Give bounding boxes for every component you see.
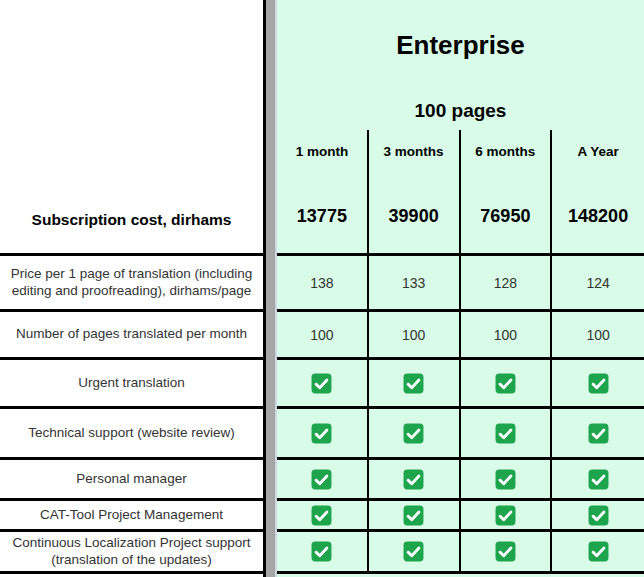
table-cell bbox=[277, 501, 369, 529]
table-cell bbox=[277, 409, 369, 457]
term-price: 13775 bbox=[297, 206, 347, 227]
checked-checkbox-icon[interactable] bbox=[403, 505, 424, 526]
row-label-text: Price per 1 page of translation (includi… bbox=[4, 266, 259, 300]
check-row-urgent-translation bbox=[277, 360, 644, 409]
checked-checkbox-icon[interactable] bbox=[588, 373, 609, 394]
row-label-text: Technical support (website review) bbox=[28, 425, 234, 442]
subscription-cost-label: Subscription cost, dirhams bbox=[32, 211, 232, 229]
checked-checkbox-icon[interactable] bbox=[311, 469, 332, 490]
table-cell: 128 bbox=[461, 256, 553, 309]
term-cell-6-months: 6 months 76950 bbox=[461, 130, 553, 253]
table-cell bbox=[552, 501, 644, 529]
table-cell bbox=[552, 409, 644, 457]
table-cell bbox=[552, 460, 644, 498]
row-label-personal-manager: Personal manager bbox=[0, 460, 263, 501]
table-cell: 100 bbox=[552, 312, 644, 357]
plan-header: Enterprise 100 pages bbox=[277, 0, 644, 130]
check-row-continuous-localization bbox=[277, 532, 644, 574]
checked-checkbox-icon[interactable] bbox=[403, 541, 424, 562]
row-label-text: Number of pages translated per month bbox=[16, 326, 247, 343]
term-price: 148200 bbox=[568, 206, 628, 227]
table-cell bbox=[552, 532, 644, 571]
row-label-cat-tool: CAT-Tool Project Management bbox=[0, 501, 263, 532]
term-label: 1 month bbox=[296, 144, 349, 159]
row-label-technical-support: Technical support (website review) bbox=[0, 409, 263, 460]
table-cell bbox=[461, 360, 553, 406]
check-row-personal-manager bbox=[277, 460, 644, 501]
table-cell: 133 bbox=[369, 256, 461, 309]
table-cell bbox=[277, 532, 369, 571]
term-label: 6 months bbox=[475, 144, 535, 159]
plan-subtitle: 100 pages bbox=[277, 100, 644, 122]
table-cell bbox=[369, 532, 461, 571]
checked-checkbox-icon[interactable] bbox=[311, 541, 332, 562]
checked-checkbox-icon[interactable] bbox=[588, 423, 609, 444]
row-label-text: Personal manager bbox=[76, 471, 186, 488]
checked-checkbox-icon[interactable] bbox=[311, 373, 332, 394]
checked-checkbox-icon[interactable] bbox=[588, 505, 609, 526]
table-cell: 100 bbox=[461, 312, 553, 357]
pricing-table-screen: Subscription cost, dirhams Price per 1 p… bbox=[0, 0, 644, 577]
checked-checkbox-icon[interactable] bbox=[403, 423, 424, 444]
row-label-text: Urgent translation bbox=[78, 375, 185, 392]
row-label-pages-per-month: Number of pages translated per month bbox=[0, 312, 263, 360]
pane-divider bbox=[266, 0, 277, 577]
row-label-continuous-localization: Continuous Localization Project support … bbox=[0, 532, 263, 574]
checked-checkbox-icon[interactable] bbox=[495, 541, 516, 562]
value-row-price-per-page: 138 133 128 124 bbox=[277, 256, 644, 312]
checked-checkbox-icon[interactable] bbox=[311, 505, 332, 526]
table-cell bbox=[369, 460, 461, 498]
value-row-pages-per-month: 100 100 100 100 bbox=[277, 312, 644, 360]
subscription-cost-header: Subscription cost, dirhams bbox=[0, 0, 263, 256]
table-cell bbox=[552, 360, 644, 406]
checked-checkbox-icon[interactable] bbox=[403, 373, 424, 394]
table-cell bbox=[277, 360, 369, 406]
table-cell: 124 bbox=[552, 256, 644, 309]
term-label: 3 months bbox=[384, 144, 444, 159]
row-label-price-per-page: Price per 1 page of translation (includi… bbox=[0, 256, 263, 312]
checked-checkbox-icon[interactable] bbox=[495, 469, 516, 490]
checked-checkbox-icon[interactable] bbox=[403, 469, 424, 490]
checked-checkbox-icon[interactable] bbox=[495, 423, 516, 444]
table-cell bbox=[277, 460, 369, 498]
feature-column: Subscription cost, dirhams Price per 1 p… bbox=[0, 0, 266, 577]
table-cell bbox=[369, 360, 461, 406]
plan-title: Enterprise bbox=[277, 30, 644, 60]
checked-checkbox-icon[interactable] bbox=[495, 505, 516, 526]
table-cell bbox=[461, 532, 553, 571]
term-label: A Year bbox=[577, 144, 618, 159]
table-cell bbox=[461, 460, 553, 498]
row-label-text: Continuous Localization Project support … bbox=[4, 535, 259, 569]
table-cell: 138 bbox=[277, 256, 369, 309]
table-cell bbox=[369, 501, 461, 529]
term-price: 76950 bbox=[480, 206, 530, 227]
term-cell-1-month: 1 month 13775 bbox=[277, 130, 369, 253]
table-cell bbox=[461, 501, 553, 529]
check-row-cat-tool bbox=[277, 501, 644, 532]
term-cell-3-months: 3 months 39900 bbox=[369, 130, 461, 253]
checked-checkbox-icon[interactable] bbox=[311, 423, 332, 444]
enterprise-plan-panel: Enterprise 100 pages 1 month 13775 3 mon… bbox=[277, 0, 644, 577]
table-cell: 100 bbox=[369, 312, 461, 357]
table-cell bbox=[369, 409, 461, 457]
checked-checkbox-icon[interactable] bbox=[588, 541, 609, 562]
term-cell-a-year: A Year 148200 bbox=[552, 130, 644, 253]
table-cell bbox=[461, 409, 553, 457]
checked-checkbox-icon[interactable] bbox=[588, 469, 609, 490]
row-label-urgent-translation: Urgent translation bbox=[0, 360, 263, 409]
term-header-row: 1 month 13775 3 months 39900 6 months 76… bbox=[277, 130, 644, 256]
row-label-text: CAT-Tool Project Management bbox=[40, 507, 223, 524]
checked-checkbox-icon[interactable] bbox=[495, 373, 516, 394]
term-price: 39900 bbox=[389, 206, 439, 227]
table-cell: 100 bbox=[277, 312, 369, 357]
check-row-technical-support bbox=[277, 409, 644, 460]
